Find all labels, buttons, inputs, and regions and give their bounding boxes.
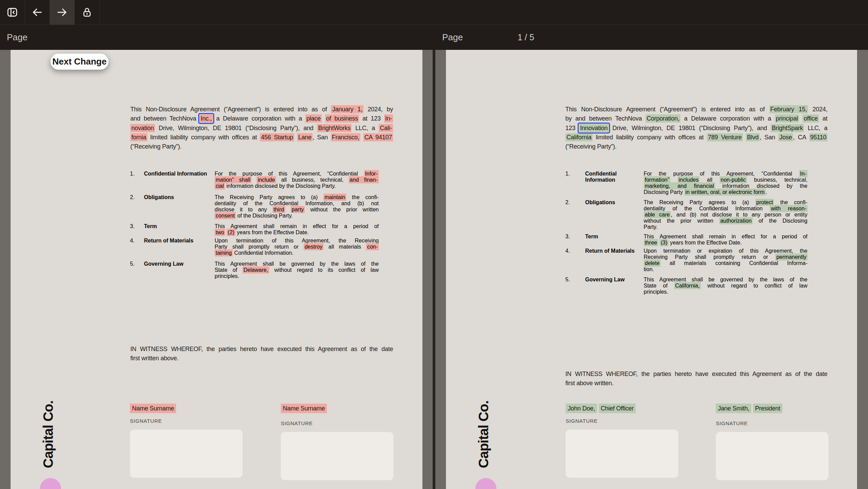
clause-number: 2. bbox=[565, 199, 585, 230]
removed-text-highlight: of business bbox=[325, 114, 359, 123]
clause-body: Upon termination or expiration of this A… bbox=[644, 248, 808, 273]
next-change-tooltip: Next Change bbox=[50, 54, 108, 70]
removed-text-highlight: two bbox=[215, 229, 225, 236]
signature-block: Jane Smith, President SIGNATURE bbox=[716, 404, 828, 480]
intro-paragraph: This Non-Disclosure Agreement (“Agreemen… bbox=[565, 105, 827, 151]
clause-title: Obligations bbox=[585, 199, 644, 230]
text-line: Name Surname bbox=[130, 404, 243, 413]
signature-field bbox=[281, 432, 393, 480]
text-line: delete all materials containing Confiden… bbox=[644, 260, 808, 266]
removed-text-highlight: maintain bbox=[323, 194, 346, 201]
clause-title: Return of Materials bbox=[144, 238, 215, 256]
clause-body: For the purpose of this Agreement, “Conf… bbox=[644, 171, 808, 195]
added-text-highlight: In- bbox=[799, 170, 808, 177]
added-text-highlight[interactable]: Innovation bbox=[579, 124, 609, 132]
removed-text-highlight: place bbox=[305, 114, 322, 123]
removed-text-highlight: In- bbox=[384, 114, 393, 123]
text-line: first above written. bbox=[565, 379, 827, 388]
text-line: The Receiving Party agrees to (a) mainta… bbox=[215, 194, 379, 200]
clause-item: 4.Return of MaterialsUpon termination or… bbox=[565, 248, 827, 273]
clause-title: Return of Materials bbox=[585, 248, 644, 273]
removed-text-highlight: Lane bbox=[297, 133, 313, 141]
clause-title: Governing Law bbox=[585, 277, 644, 295]
removed-text-highlight: taining bbox=[215, 249, 233, 256]
removed-text-highlight: Francisco, bbox=[331, 133, 361, 141]
next-change-button[interactable] bbox=[50, 0, 75, 25]
text-line: IN WITNESS WHEREOF, the parties hereto h… bbox=[565, 369, 827, 379]
clause-body: This Agreement shall be governed by the … bbox=[215, 261, 379, 279]
lock-button[interactable] bbox=[75, 0, 100, 25]
added-text-highlight: in written, oral, or electronic form bbox=[684, 188, 766, 196]
text-line: novation Drive, Wilmington, DE 19801 (“D… bbox=[130, 124, 393, 133]
added-text-highlight: California, bbox=[674, 282, 701, 289]
signer-name: Jane Smith, President bbox=[716, 404, 828, 413]
pane-divider[interactable] bbox=[433, 50, 435, 489]
clause-item: 1.Confidential InformationFor the purpos… bbox=[130, 171, 393, 189]
toggle-sidebar-button[interactable] bbox=[0, 0, 25, 25]
removed-text-highlight: cial bbox=[215, 182, 225, 190]
intro-paragraph: This Non-Disclosure Agreement (“Agreemen… bbox=[130, 105, 393, 151]
document-pane-original[interactable]: This Non-Disclosure Agreement (“Agreemen… bbox=[0, 50, 433, 489]
arrow-left-icon bbox=[31, 6, 43, 18]
brand-logo: Capital Co. bbox=[41, 401, 56, 468]
removed-text-highlight[interactable]: Inc., bbox=[200, 114, 213, 123]
text-line: (“Receiving Party”). bbox=[565, 142, 827, 151]
sidebar-panel-icon bbox=[6, 6, 18, 18]
lock-icon bbox=[81, 6, 93, 18]
signature-label: SIGNATURE bbox=[130, 418, 243, 424]
signature-block: Name Surname SIGNATURE bbox=[281, 404, 393, 480]
added-text-highlight: authorization bbox=[719, 217, 753, 224]
text-line: Jane Smith, President bbox=[716, 404, 828, 413]
added-text-highlight: Chief Officer bbox=[599, 404, 636, 413]
added-text-highlight: principal bbox=[775, 114, 799, 123]
toolbar-nav-row bbox=[0, 0, 868, 25]
added-text-highlight: with reason- bbox=[770, 205, 807, 212]
removed-text-highlight: BrightWorks bbox=[317, 124, 351, 132]
previous-change-button[interactable] bbox=[25, 0, 50, 25]
added-text-highlight: 95110 bbox=[809, 133, 827, 141]
text-line: Receiving Party shall promptly return or… bbox=[644, 254, 808, 260]
clause-body: The Receiving Party agrees to (a) protec… bbox=[644, 199, 808, 230]
document-pane-revised[interactable]: This Non-Disclosure Agreement (“Agreemen… bbox=[435, 50, 868, 489]
text-line: taining Confidential Information. bbox=[215, 250, 379, 256]
text-line: consent of the Disclosing Party. bbox=[215, 213, 379, 219]
added-text-highlight: three bbox=[644, 239, 658, 246]
clause-list: 1.Confidential InformationFor the purpos… bbox=[130, 171, 393, 279]
clause-number: 5. bbox=[565, 277, 585, 295]
added-text-highlight: California bbox=[565, 133, 593, 141]
text-line: This Non-Disclosure Agreement (“Agreemen… bbox=[565, 105, 827, 114]
text-line: Party shall promptly return or destroy a… bbox=[215, 244, 379, 250]
text-line: IN WITNESS WHEREOF, the parties hereto h… bbox=[130, 345, 393, 354]
removed-text-highlight: party bbox=[291, 206, 305, 213]
signer-name: Name Surname bbox=[130, 404, 243, 413]
removed-text-highlight: Cali- bbox=[379, 124, 393, 132]
signature-field bbox=[130, 430, 243, 478]
added-text-highlight: 789 Venture bbox=[707, 133, 743, 141]
signature-field bbox=[716, 432, 828, 480]
removed-text-highlight: consent bbox=[215, 212, 236, 219]
removed-text-highlight: (2) bbox=[227, 229, 235, 236]
clause-list: 1.Confidential InformationFor the purpos… bbox=[565, 171, 827, 295]
added-text-highlight: able care bbox=[644, 211, 671, 218]
text-line: This Agreement shall remain in effect fo… bbox=[215, 223, 379, 229]
text-line: two (2) years from the Effective Date. bbox=[215, 229, 379, 236]
clause-body: This Agreement shall remain in effect fo… bbox=[215, 223, 379, 236]
clause-title: Obligations bbox=[144, 194, 215, 219]
added-text-highlight: Jose bbox=[778, 133, 793, 141]
closing-paragraph: IN WITNESS WHEREOF, the parties hereto h… bbox=[130, 345, 393, 363]
text-line: (“Receiving Party”). bbox=[130, 142, 393, 151]
added-text-highlight: non-public bbox=[720, 176, 747, 183]
signature-label: SIGNATURE bbox=[566, 418, 678, 424]
signer-name: John Doe, Chief Officer bbox=[566, 404, 678, 413]
clause-number: 4. bbox=[565, 248, 585, 273]
text-line: Disclosing Party in written, oral, or el… bbox=[644, 189, 808, 195]
toolbar-page-row: Page Next Change bbox=[0, 25, 868, 50]
toolbar: Page Next Change bbox=[0, 0, 868, 50]
clause-number: 2. bbox=[130, 194, 144, 219]
removed-text-highlight: CA 94107 bbox=[363, 133, 393, 141]
removed-text-highlight: Name Surname bbox=[130, 404, 176, 413]
clause-body: For the purpose of this Agreement, “Conf… bbox=[215, 171, 379, 189]
clause-body: This Agreement shall remain in effect fo… bbox=[644, 234, 808, 246]
clause-item: 3.TermThis Agreement shall remain in eff… bbox=[130, 223, 393, 236]
document-page-original: This Non-Disclosure Agreement (“Agreemen… bbox=[11, 50, 422, 489]
